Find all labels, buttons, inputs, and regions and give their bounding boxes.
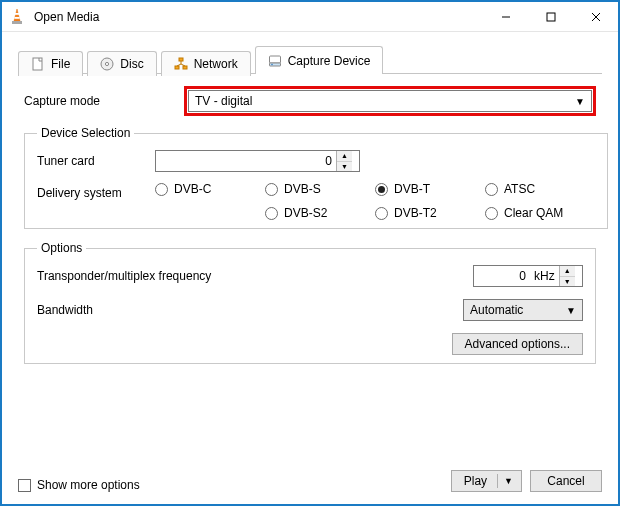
capture-mode-label: Capture mode	[24, 94, 184, 108]
tuner-card-label: Tuner card	[37, 154, 155, 168]
tab-label: File	[51, 57, 70, 71]
bandwidth-value: Automatic	[470, 303, 523, 317]
radio-label: DVB-S2	[284, 206, 327, 220]
radio-label: Clear QAM	[504, 206, 563, 220]
svg-rect-17	[269, 56, 280, 63]
frequency-label: Transponder/multiplex frequency	[37, 269, 247, 283]
tab-capture-device[interactable]: Capture Device	[255, 46, 384, 74]
tab-label: Disc	[120, 57, 143, 71]
stepper-down-icon[interactable]: ▼	[560, 277, 575, 287]
show-more-label: Show more options	[37, 478, 140, 492]
device-selection-group: Device Selection Tuner card ▲ ▼ Delivery…	[24, 126, 608, 229]
maximize-button[interactable]	[528, 2, 573, 32]
close-button[interactable]	[573, 2, 618, 32]
chevron-down-icon: ▼	[504, 476, 513, 486]
capture-panel: Capture mode TV - digital ▼ Device Selec…	[18, 74, 602, 382]
checkbox-icon	[18, 479, 31, 492]
window-title: Open Media	[34, 10, 99, 24]
frequency-unit: kHz	[530, 269, 559, 283]
delivery-system-label: Delivery system	[37, 182, 155, 200]
radio-atsc[interactable]: ATSC	[485, 182, 595, 196]
tab-network[interactable]: Network	[161, 51, 251, 76]
radio-dvb-t2[interactable]: DVB-T2	[375, 206, 485, 220]
bandwidth-label: Bandwidth	[37, 303, 247, 317]
minimize-button[interactable]	[483, 2, 528, 32]
svg-rect-8	[33, 58, 42, 70]
svg-rect-13	[183, 66, 187, 69]
radio-label: DVB-S	[284, 182, 321, 196]
tab-disc[interactable]: Disc	[87, 51, 156, 76]
radio-dvb-s[interactable]: DVB-S	[265, 182, 375, 196]
svg-rect-1	[15, 13, 19, 15]
capture-mode-value: TV - digital	[195, 94, 252, 108]
cancel-button[interactable]: Cancel	[530, 470, 602, 492]
tuner-card-stepper[interactable]: ▲ ▼	[155, 150, 360, 172]
radio-dvb-s2[interactable]: DVB-S2	[265, 206, 375, 220]
tab-file[interactable]: File	[18, 51, 83, 76]
capture-mode-select[interactable]: TV - digital ▼	[188, 90, 592, 112]
radio-dvb-t[interactable]: DVB-T	[375, 182, 485, 196]
options-legend: Options	[37, 241, 86, 255]
chevron-down-icon: ▼	[575, 96, 585, 107]
svg-rect-12	[175, 66, 179, 69]
capture-device-icon	[268, 54, 282, 68]
stepper-up-icon[interactable]: ▲	[337, 151, 352, 162]
tab-bar: File Disc Network	[18, 46, 602, 74]
radio-label: DVB-T	[394, 182, 430, 196]
options-group: Options Transponder/multiplex frequency …	[24, 241, 596, 364]
tab-label: Capture Device	[288, 54, 371, 68]
radio-label: DVB-C	[174, 182, 211, 196]
frequency-stepper[interactable]: kHz ▲ ▼	[473, 265, 583, 287]
radio-label: ATSC	[504, 182, 535, 196]
advanced-options-button[interactable]: Advanced options...	[452, 333, 583, 355]
svg-point-19	[271, 63, 273, 65]
file-icon	[31, 57, 45, 71]
disc-icon	[100, 57, 114, 71]
footer: Show more options Play ▼ Cancel	[2, 468, 618, 504]
radio-label: DVB-T2	[394, 206, 437, 220]
button-label: Advanced options...	[465, 337, 570, 351]
chevron-down-icon: ▼	[566, 305, 576, 316]
tuner-card-input[interactable]	[156, 151, 336, 171]
svg-rect-5	[547, 13, 555, 21]
device-selection-legend: Device Selection	[37, 126, 134, 140]
vlc-icon	[8, 8, 26, 26]
svg-point-10	[106, 62, 109, 65]
bandwidth-select[interactable]: Automatic ▼	[463, 299, 583, 321]
stepper-down-icon[interactable]: ▼	[337, 162, 352, 172]
frequency-input[interactable]	[474, 266, 530, 286]
svg-rect-3	[12, 21, 22, 24]
svg-rect-11	[179, 58, 183, 61]
tab-label: Network	[194, 57, 238, 71]
svg-rect-2	[14, 17, 19, 19]
titlebar: Open Media	[2, 2, 618, 32]
button-label: Cancel	[547, 474, 584, 488]
button-label: Play	[464, 474, 487, 488]
radio-clear-qam[interactable]: Clear QAM	[485, 206, 595, 220]
network-icon	[174, 57, 188, 71]
radio-dvb-c[interactable]: DVB-C	[155, 182, 265, 196]
svg-marker-0	[14, 9, 20, 21]
play-button[interactable]: Play ▼	[451, 470, 522, 492]
svg-rect-18	[269, 63, 280, 66]
stepper-up-icon[interactable]: ▲	[560, 266, 575, 277]
